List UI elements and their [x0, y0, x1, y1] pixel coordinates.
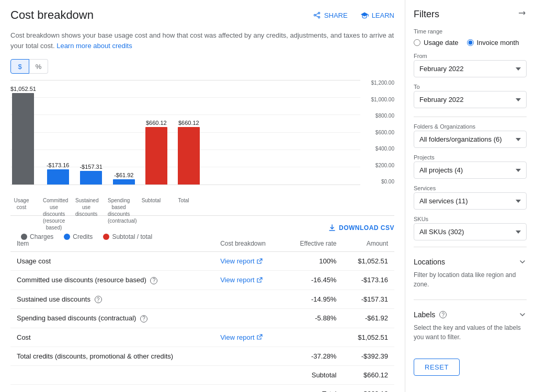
table-row: Sustained use discounts ? -14.95% -$157.…	[10, 290, 394, 309]
row-rate-total-credits: -37.28%	[283, 347, 343, 365]
external-link-icon	[256, 258, 263, 264]
row-amount-committed: -$173.16	[343, 271, 394, 290]
percent-button[interactable]: %	[29, 59, 48, 74]
credits-dot	[64, 234, 70, 240]
to-label: To	[414, 84, 527, 90]
row-cost-total-credits	[214, 347, 283, 365]
chevron-down-icon-labels	[518, 310, 527, 319]
row-item-cost: Cost	[10, 328, 214, 347]
view-report-link[interactable]: View report	[220, 257, 263, 265]
time-range-radio-group: Usage date Invoice month	[414, 39, 527, 47]
projects-select[interactable]: All projects (4)	[414, 162, 527, 179]
external-link-icon	[256, 334, 263, 340]
row-item-total-empty	[10, 384, 214, 392]
svg-point-1	[318, 12, 320, 14]
services-select[interactable]: All services (11)	[414, 192, 527, 210]
svg-point-2	[318, 16, 320, 18]
skus-label: SKUs	[414, 216, 527, 222]
learn-more-link[interactable]: Learn more about credits	[56, 42, 132, 50]
description: Cost breakdown shows your base usage cos…	[10, 30, 394, 51]
row-item-usage-cost: Usage cost	[10, 252, 214, 271]
svg-line-4	[315, 16, 318, 17]
labels-header[interactable]: Labels ?	[414, 306, 527, 323]
row-item-committed: Committed use discounts (resource based)…	[10, 271, 214, 290]
view-report-link-cost[interactable]: View report	[220, 333, 263, 341]
bar-sustained: -$157.31	[79, 164, 102, 185]
divider-2	[414, 247, 527, 247]
usage-date-radio-input[interactable]	[414, 39, 420, 46]
row-amount-spending: -$61.92	[343, 309, 394, 328]
legend-charges: Charges	[21, 233, 53, 240]
chevron-down-icon-locations	[518, 258, 527, 266]
row-cost-cost: View report	[214, 328, 283, 347]
chart-bars: $1,052.51 -$173.16 -$157.31	[10, 80, 360, 185]
data-table: Item Cost breakdown Effective rate Amoun…	[10, 236, 394, 392]
help-icon-committed[interactable]: ?	[150, 277, 157, 284]
table-row-subtotal: Subtotal $660.12	[10, 365, 394, 384]
row-label-total: Total	[283, 384, 343, 392]
invoice-month-radio[interactable]: Invoice month	[467, 39, 519, 47]
chart-container: $1,052.51 -$173.16 -$157.31	[10, 80, 394, 216]
row-label-subtotal: Subtotal	[283, 365, 343, 384]
locations-content: Filter by location data like region and …	[414, 270, 527, 293]
to-filter: To February 2022	[414, 84, 527, 108]
row-item-sustained: Sustained use discounts ?	[10, 290, 214, 309]
table-row: Committed use discounts (resource based)…	[10, 271, 394, 290]
view-report-link-committed[interactable]: View report	[220, 276, 263, 284]
row-cost-committed: View report	[214, 271, 283, 290]
help-icon-labels[interactable]: ?	[439, 311, 447, 318]
usage-date-radio[interactable]: Usage date	[414, 39, 459, 47]
table-row: Usage cost View report 100% $1,052.51	[10, 252, 394, 271]
row-amount-subtotal: $660.12	[343, 365, 394, 384]
share-button[interactable]: SHARE	[313, 11, 348, 19]
close-sidebar-button[interactable]	[517, 8, 527, 20]
row-amount-usage: $1,052.51	[343, 252, 394, 271]
to-select[interactable]: February 2022	[414, 91, 527, 108]
main-content: Cost breakdown SHARE LEARN	[0, 0, 405, 392]
row-amount-sustained: -$157.31	[343, 290, 394, 309]
table-row: Total credits (discounts, promotional & …	[10, 347, 394, 365]
row-amount-total-credits: -$392.39	[343, 347, 394, 365]
help-icon-sustained[interactable]: ?	[95, 296, 102, 303]
row-rate-sustained: -14.95%	[283, 290, 343, 309]
help-icon-spending[interactable]: ?	[140, 315, 147, 322]
row-cost-usage: View report	[214, 252, 283, 271]
from-select[interactable]: February 2022	[414, 60, 527, 77]
filters-sidebar: Filters Time range Usage date Invoice mo…	[405, 0, 535, 392]
reset-button[interactable]: RESET	[414, 359, 460, 376]
time-range-section: Time range Usage date Invoice month From…	[414, 28, 527, 108]
x-axis-labels: Usage cost Committed use discounts (reso…	[10, 197, 394, 231]
table-row-total: Total $660.12	[10, 384, 394, 392]
currency-toggle: $ %	[10, 59, 394, 74]
svg-line-3	[315, 14, 318, 15]
header-actions: SHARE LEARN	[313, 11, 394, 19]
y-axis: $1,200.00 $1,000.00 $800.00 $600.00 $400…	[363, 80, 394, 185]
bar-usage-cost: $1,052.51	[10, 86, 36, 185]
svg-point-0	[314, 14, 315, 16]
divider-3	[414, 299, 527, 300]
folders-filter: Folders & Organizations All folders/orga…	[414, 123, 527, 148]
row-rate-cost	[283, 328, 343, 347]
folders-select[interactable]: All folders/organizations (6)	[414, 131, 527, 148]
invoice-month-radio-input[interactable]	[467, 39, 474, 46]
chart-legend: Charges Credits Subtotal / total	[10, 231, 394, 240]
graduation-cap-icon	[360, 11, 369, 19]
services-filter: Services All services (11)	[414, 185, 527, 210]
svg-marker-5	[360, 12, 368, 16]
learn-button[interactable]: LEARN	[360, 11, 394, 19]
table-row: Cost View report $1,052.51	[10, 328, 394, 347]
services-label: Services	[414, 185, 527, 191]
row-rate-spending: -5.88%	[283, 309, 343, 328]
row-cost-total-empty	[214, 384, 283, 392]
page-header: Cost breakdown SHARE LEARN	[10, 8, 394, 22]
page-title: Cost breakdown	[10, 8, 94, 22]
dollar-button[interactable]: $	[10, 59, 29, 74]
close-icon	[517, 8, 527, 18]
locations-header[interactable]: Locations	[414, 253, 527, 270]
labels-content: Select the key and values of the labels …	[414, 323, 527, 346]
charges-dot	[21, 234, 27, 240]
table-row: Spending based discounts (contractual) ?…	[10, 309, 394, 328]
row-cost-spending	[214, 309, 283, 328]
bar-subtotal: $660.12	[145, 120, 167, 185]
skus-select[interactable]: All SKUs (302)	[414, 223, 527, 240]
